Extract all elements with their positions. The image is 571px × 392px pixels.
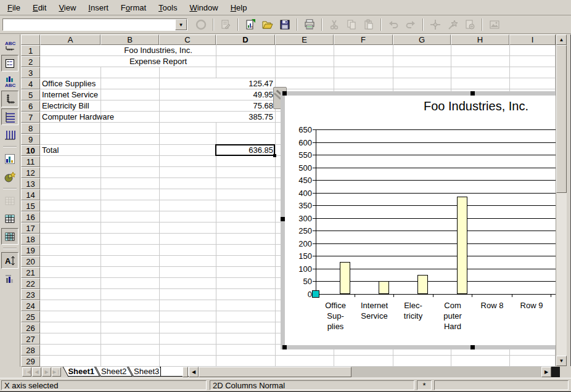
select-all-corner[interactable]	[21, 35, 40, 45]
cell-D5[interactable]: 49.95	[216, 89, 275, 100]
row-header-7[interactable]: 7	[21, 112, 40, 123]
row-header-15[interactable]: 15	[21, 200, 40, 211]
cell-D7[interactable]: 385.75	[216, 112, 275, 122]
url-combobox[interactable]: ▼	[2, 18, 187, 31]
column-header-A[interactable]: A	[40, 35, 101, 45]
row-header-11[interactable]: 11	[21, 156, 40, 167]
row-header-22[interactable]: 22	[21, 278, 40, 289]
chart-bar-4[interactable]	[457, 197, 467, 294]
chart-bar-3[interactable]	[417, 275, 428, 294]
menu-tools[interactable]: Tools	[152, 1, 183, 14]
print-document-button[interactable]	[302, 17, 318, 33]
embedded-chart[interactable]: Foo Industries, Inc. 6506005505004504003…	[281, 91, 571, 349]
chart-resize-handle-bottom-left[interactable]	[282, 345, 287, 349]
url-combo-dropdown-button[interactable]: ▼	[175, 19, 187, 30]
vertical-scrollbar[interactable]: ▲ ▼	[556, 35, 567, 366]
menu-insert[interactable]: Insert	[82, 1, 115, 14]
menu-format[interactable]: Format	[115, 1, 152, 14]
scroll-up-button[interactable]: ▲	[556, 35, 567, 45]
row-header-3[interactable]: 3	[21, 67, 40, 78]
new-document-button[interactable]	[242, 17, 258, 33]
data-in-columns-button[interactable]	[1, 228, 18, 245]
column-header-E[interactable]: E	[275, 35, 334, 45]
vertical-grid-on-off-button[interactable]	[1, 126, 18, 143]
previous-sheet-button[interactable]: ◀	[32, 367, 41, 377]
vertical-scrollbar-thumb[interactable]	[556, 45, 567, 193]
autoformat-chart-button[interactable]	[1, 168, 18, 185]
chart-resize-handle-middle-left[interactable]	[281, 217, 285, 221]
row-header-14[interactable]: 14	[21, 189, 40, 200]
chart-area[interactable]: Foo Industries, Inc. 6506005505004504003…	[285, 96, 571, 345]
edit-chart-type-button[interactable]	[1, 150, 18, 167]
chart-resize-handle-bottom-center[interactable]	[470, 345, 475, 349]
cell-B1[interactable]: Foo Industries, Inc.	[101, 45, 216, 55]
row-header-16[interactable]: 16	[21, 211, 40, 223]
data-in-rows-button[interactable]	[1, 210, 18, 227]
next-sheet-button[interactable]: ▶	[42, 367, 51, 377]
cell-A6[interactable]: Electricity Bill	[40, 100, 101, 111]
cell-fill-handle[interactable]	[273, 154, 276, 157]
cell-D6[interactable]: 75.68	[216, 100, 275, 111]
axes-titles-on-off-button[interactable]: ABC	[1, 73, 18, 89]
x-category-label[interactable]: Row 9	[511, 300, 552, 311]
row-header-10[interactable]: 10	[21, 145, 40, 156]
column-header-G[interactable]: G	[393, 35, 451, 45]
x-category-label[interactable]: Com puter Hard	[432, 300, 473, 332]
row-header-8[interactable]: 8	[21, 123, 40, 134]
column-header-D[interactable]: D	[216, 35, 275, 45]
row-header-5[interactable]: 5	[21, 89, 40, 100]
row-header-28[interactable]: 28	[21, 345, 40, 356]
hscroll-right-button[interactable]: ▶	[541, 367, 551, 377]
row-header-25[interactable]: 25	[21, 311, 40, 322]
row-header-9[interactable]: 9	[21, 134, 40, 145]
row-header-27[interactable]: 27	[21, 333, 40, 345]
menu-view[interactable]: View	[52, 1, 82, 14]
chart-bar-2[interactable]	[379, 281, 389, 294]
chart-bar-1[interactable]	[340, 262, 350, 294]
sheet-tab-sheet2[interactable]: Sheet2	[96, 367, 133, 377]
last-sheet-button[interactable]: ▶❘	[52, 367, 61, 377]
x-category-label[interactable]: Internet Service	[354, 300, 395, 321]
chart-resize-handle-top-left[interactable]	[282, 91, 287, 96]
horizontal-grid-on-off-button[interactable]	[1, 108, 18, 125]
scale-text-button[interactable]: A	[1, 252, 18, 269]
cell-A7[interactable]: Computer Hardware	[40, 112, 101, 122]
column-header-C[interactable]: C	[159, 35, 216, 45]
horizontal-scrollbar-thumb[interactable]	[199, 367, 351, 377]
row-header-26[interactable]: 26	[21, 322, 40, 333]
row-header-24[interactable]: 24	[21, 300, 40, 311]
hscroll-left-button[interactable]: ◀	[189, 367, 199, 377]
row-header-17[interactable]: 17	[21, 223, 40, 234]
row-header-29[interactable]: 29	[21, 356, 40, 367]
reorganize-chart-button[interactable]	[1, 270, 18, 287]
x-category-label[interactable]: Elec- tricity	[393, 300, 433, 321]
row-header-21[interactable]: 21	[21, 267, 40, 278]
titles-on-off-button[interactable]: ABC	[1, 37, 18, 54]
column-header-B[interactable]: B	[101, 35, 159, 45]
cell-A5[interactable]: Internet Service	[40, 89, 101, 100]
chart-title[interactable]: Foo Industries, Inc.	[340, 99, 571, 113]
chart-y-axis[interactable]	[316, 129, 316, 294]
chart-resize-handle-top-center[interactable]	[470, 91, 475, 96]
column-header-I[interactable]: I	[509, 35, 556, 45]
row-header-13[interactable]: 13	[21, 178, 40, 189]
sheet-tab-sheet1[interactable]: Sheet1	[63, 367, 101, 377]
url-input[interactable]	[3, 19, 175, 30]
first-sheet-button[interactable]: ❘◀	[22, 367, 31, 377]
cell-A4[interactable]: Office Supplies	[40, 78, 101, 89]
menu-file[interactable]: File	[1, 1, 27, 14]
column-header-F[interactable]: F	[334, 35, 393, 45]
row-header-19[interactable]: 19	[21, 245, 40, 256]
row-header-1[interactable]: 1	[21, 45, 40, 56]
column-header-H[interactable]: H	[451, 35, 509, 45]
x-axis-selection-handle[interactable]	[312, 290, 319, 298]
cell-A10[interactable]: Total	[40, 145, 101, 155]
open-document-button[interactable]	[260, 17, 276, 33]
menu-window[interactable]: Window	[183, 1, 224, 14]
x-category-label[interactable]: Office Sup- plies	[315, 300, 356, 332]
save-document-button[interactable]	[277, 17, 293, 33]
cell-B2[interactable]: Expense Report	[101, 56, 216, 67]
row-header-20[interactable]: 20	[21, 256, 40, 267]
tab-split-handle[interactable]	[183, 367, 188, 377]
row-header-12[interactable]: 12	[21, 167, 40, 178]
